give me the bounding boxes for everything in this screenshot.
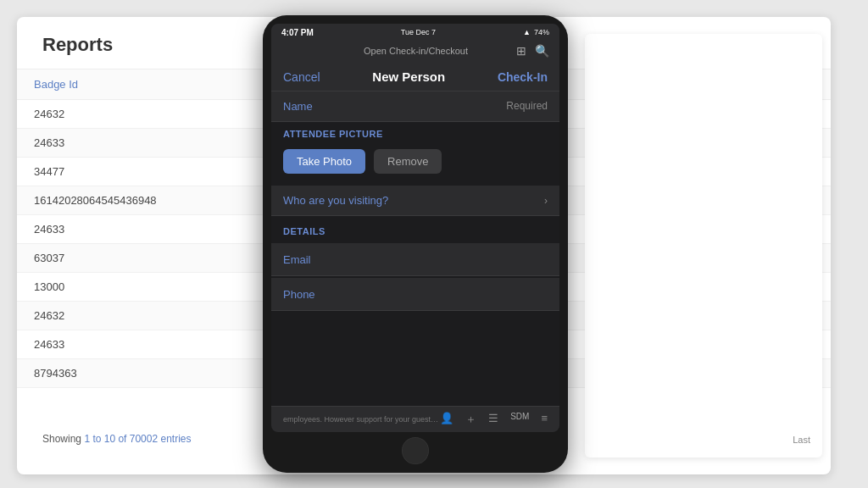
photo-buttons: Take Photo Remove bbox=[271, 142, 559, 184]
phone-label: Phone bbox=[283, 288, 315, 301]
status-date: Tue Dec 7 bbox=[401, 28, 436, 36]
app-header-title: Open Check-in/Checkout bbox=[315, 46, 516, 56]
checkin-button[interactable]: Check-In bbox=[498, 70, 548, 84]
checkin-header-icon[interactable]: ⊞ bbox=[516, 44, 526, 58]
remove-photo-button[interactable]: Remove bbox=[374, 149, 442, 174]
report-footer: Showing 1 to 10 of 70002 entries bbox=[42, 433, 191, 445]
secondary-report: Last bbox=[585, 34, 822, 458]
app-bottom-bar: employees. However support for your gues… bbox=[271, 406, 559, 432]
bg2-pagination: Last bbox=[793, 435, 814, 445]
phone-field[interactable]: Phone bbox=[271, 278, 559, 311]
sdm-label: SDM bbox=[510, 412, 529, 427]
battery-level: 74% bbox=[534, 28, 549, 36]
home-button[interactable] bbox=[402, 437, 429, 464]
search-header-icon[interactable]: 🔍 bbox=[535, 44, 549, 58]
email-label: Email bbox=[283, 253, 311, 266]
list-icon[interactable]: ☰ bbox=[488, 412, 498, 427]
modal-bar: Cancel New Person Check-In bbox=[271, 63, 559, 92]
report-title: Reports bbox=[42, 34, 113, 55]
chevron-right-icon: › bbox=[544, 195, 548, 207]
status-icons: ▲ 74% bbox=[523, 28, 549, 36]
take-photo-button[interactable]: Take Photo bbox=[283, 149, 365, 174]
wifi-icon: ▲ bbox=[523, 28, 531, 36]
entries-link[interactable]: 1 to 10 of 70002 entries bbox=[84, 433, 191, 445]
attendee-picture-header: ATTENDEE PICTURE bbox=[271, 122, 559, 142]
modal-title: New Person bbox=[372, 69, 445, 84]
email-field[interactable]: Email bbox=[271, 243, 559, 276]
ipad-device: 4:07 PM Tue Dec 7 ▲ 74% Open Check-in/Ch… bbox=[263, 15, 568, 473]
cancel-button[interactable]: Cancel bbox=[283, 70, 320, 84]
details-header: DETAILS bbox=[283, 226, 326, 236]
bottom-bar-text: employees. However support for your gues… bbox=[283, 415, 440, 424]
app-header-icons: ⊞ 🔍 bbox=[516, 44, 549, 58]
name-required: Required bbox=[506, 100, 548, 113]
person-icon[interactable]: 👤 bbox=[440, 412, 453, 427]
details-section: DETAILS bbox=[271, 216, 559, 241]
bottom-bar-icons: 👤 ＋ ☰ SDM ≡ bbox=[440, 412, 548, 427]
app-header: Open Check-in/Checkout ⊞ 🔍 bbox=[271, 41, 559, 63]
form-content: Name Required ATTENDEE PICTURE Take Phot… bbox=[271, 92, 559, 406]
menu-icon[interactable]: ≡ bbox=[541, 412, 548, 427]
name-label: Name bbox=[283, 100, 313, 113]
visiting-field[interactable]: Who are you visiting? › bbox=[271, 186, 559, 216]
status-time: 4:07 PM bbox=[281, 28, 314, 37]
visiting-label: Who are you visiting? bbox=[283, 194, 388, 207]
ipad-screen: 4:07 PM Tue Dec 7 ▲ 74% Open Check-in/Ch… bbox=[271, 24, 559, 432]
name-field[interactable]: Name Required bbox=[271, 92, 559, 122]
add-icon[interactable]: ＋ bbox=[465, 412, 476, 427]
ios-status-bar: 4:07 PM Tue Dec 7 ▲ 74% bbox=[271, 24, 559, 41]
